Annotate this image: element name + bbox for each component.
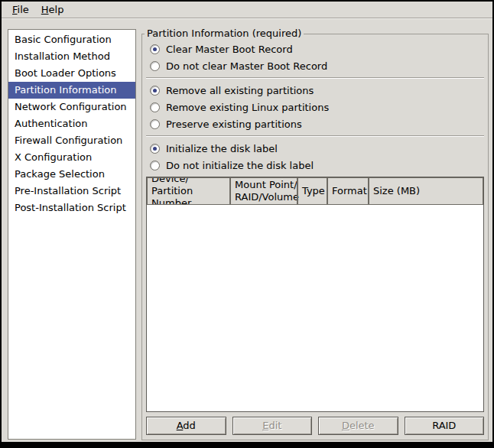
menu-help[interactable]: Help: [35, 2, 70, 17]
groupbox-legend: Partition Information (required): [145, 28, 304, 40]
radio-init-disk-label[interactable]: Initialize the disk label: [146, 140, 484, 157]
partition-info-groupbox: Partition Information (required) Clear M…: [141, 34, 489, 440]
radio-label: Clear Master Boot Record: [166, 44, 293, 55]
radio-button-icon: [150, 161, 160, 170]
radio-button-icon: [150, 144, 160, 154]
column-header-format[interactable]: Format: [327, 177, 369, 205]
partition-table-header: Device/ Partition Number Mount Point/ RA…: [147, 177, 483, 205]
menu-file[interactable]: File: [6, 2, 35, 17]
sidebar-item-pre-installation-script[interactable]: Pre-Installation Script: [8, 183, 135, 200]
column-header-size[interactable]: Size (MB): [369, 177, 483, 205]
radio-button-icon: [150, 119, 160, 129]
radio-no-clear-mbr[interactable]: Do not clear Master Boot Record: [146, 57, 484, 74]
kickstart-configurator-window: File Help Basic Configuration Installati…: [2, 2, 492, 442]
sidebar-item-authentication[interactable]: Authentication: [8, 115, 135, 132]
sidebar-item-network-configuration[interactable]: Network Configuration: [8, 99, 135, 115]
sidebar-item-boot-loader-options[interactable]: Boot Loader Options: [8, 65, 135, 82]
radio-label: Initialize the disk label: [166, 143, 278, 154]
radio-label: Remove all existing partitions: [166, 85, 314, 96]
edit-button: Edit: [232, 417, 313, 435]
radio-clear-mbr[interactable]: Clear Master Boot Record: [146, 41, 484, 57]
sidebar-list: Basic Configuration Installation Method …: [8, 29, 136, 440]
sidebar-item-firewall-configuration[interactable]: Firewall Configuration: [8, 132, 135, 149]
sidebar-item-post-installation-script[interactable]: Post-Installation Script: [8, 200, 135, 216]
radio-remove-linux-partitions[interactable]: Remove existing Linux partitions: [146, 99, 484, 115]
radio-button-icon: [150, 44, 160, 54]
sidebar-item-package-selection[interactable]: Package Selection: [8, 166, 135, 183]
radio-label: Remove existing Linux partitions: [166, 102, 329, 113]
table-button-row: Add Edit Delete RAID: [146, 417, 484, 435]
column-header-type[interactable]: Type: [297, 177, 327, 205]
sidebar-item-x-configuration[interactable]: X Configuration: [8, 149, 135, 166]
radio-remove-all-partitions[interactable]: Remove all existing partitions: [146, 82, 484, 99]
column-header-mount-point[interactable]: Mount Point/ RAID/Volume: [230, 177, 297, 205]
delete-button: Delete: [318, 417, 398, 435]
radio-button-icon: [150, 61, 160, 71]
radio-label: Preserve existing partitions: [166, 118, 302, 130]
raid-button[interactable]: RAID: [405, 417, 485, 435]
group-separator: [146, 135, 484, 137]
radio-label: Do not clear Master Boot Record: [166, 60, 327, 72]
column-header-device[interactable]: Device/ Partition Number: [147, 177, 230, 205]
partition-table: Device/ Partition Number Mount Point/ RA…: [146, 177, 484, 412]
radio-label: Do not initialize the disk label: [166, 160, 314, 171]
sidebar-item-partition-information[interactable]: Partition Information: [8, 82, 135, 99]
radio-button-icon: [150, 102, 160, 112]
add-button[interactable]: Add: [146, 417, 226, 435]
radio-no-init-disk-label[interactable]: Do not initialize the disk label: [146, 157, 484, 174]
sidebar-item-basic-configuration[interactable]: Basic Configuration: [8, 31, 135, 48]
radio-preserve-partitions[interactable]: Preserve existing partitions: [146, 115, 484, 132]
group-separator: [146, 77, 484, 79]
radio-button-icon: [150, 86, 160, 96]
sidebar-item-installation-method[interactable]: Installation Method: [8, 48, 135, 65]
menubar: File Help: [2, 2, 492, 18]
partition-table-body[interactable]: [147, 205, 483, 411]
